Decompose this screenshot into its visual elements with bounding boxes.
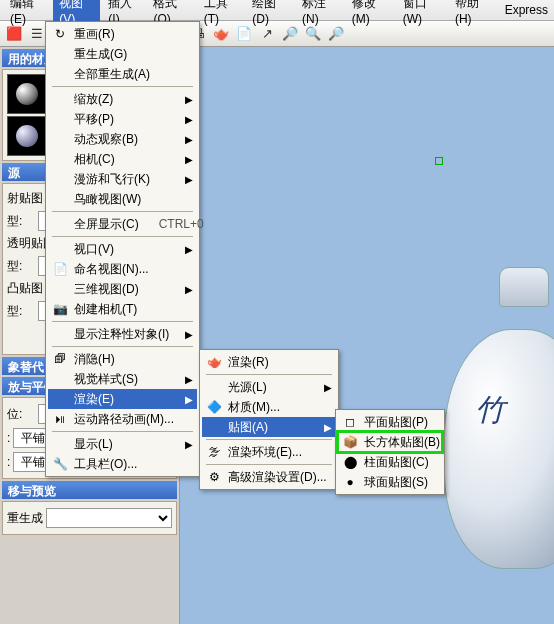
menu-item[interactable]: 显示(L)▶: [48, 434, 197, 454]
menu-item[interactable]: 📄命名视图(N)...: [48, 259, 197, 279]
vase-model: 竹 清风徐来 水波不兴: [444, 297, 554, 557]
menu-item[interactable]: 📦长方体贴图(B): [338, 432, 442, 452]
menu-item-label: 鸟瞰视图(W): [74, 191, 141, 208]
render-submenu[interactable]: 🫖渲染(R)光源(L)▶🔷材质(M)...贴图(A)▶🌫渲染环境(E)...⚙高…: [199, 349, 339, 490]
menu-item[interactable]: 🔧工具栏(O)...: [48, 454, 197, 474]
menu-item-label: 视觉样式(S): [74, 371, 138, 388]
menu-item[interactable]: ⬤柱面贴图(C): [338, 452, 442, 472]
submenu-arrow-icon: ▶: [185, 174, 193, 185]
submenu-arrow-icon: ▶: [185, 134, 193, 145]
menu-item[interactable]: 鸟瞰视图(W): [48, 189, 197, 209]
menu-item-label: 视口(V): [74, 241, 114, 258]
menu-item[interactable]: 重生成(G): [48, 44, 197, 64]
tile-label: :: [7, 431, 10, 445]
tile-label2: :: [7, 455, 10, 469]
view-menu[interactable]: ↻重画(R)重生成(G)全部重生成(A)缩放(Z)▶平移(P)▶动态观察(B)▶…: [45, 21, 200, 477]
menu-item-label: 动态观察(B): [74, 131, 138, 148]
tool-zoomwin-icon[interactable]: 🔍: [303, 24, 323, 44]
tool-render-icon[interactable]: 🫖: [211, 24, 231, 44]
menu-item-icon: 🔷: [206, 400, 222, 414]
menu-item-label: 命名视图(N)...: [74, 261, 149, 278]
menu-item[interactable]: 显示注释性对象(I)▶: [48, 324, 197, 344]
menu-item-label: 工具栏(O)...: [74, 456, 137, 473]
menu-item[interactable]: 🗊消隐(H): [48, 349, 197, 369]
menu-item[interactable]: 📷创建相机(T): [48, 299, 197, 319]
menu-item-icon: ⚙: [206, 470, 222, 484]
menu-item-label: 平移(P): [74, 111, 114, 128]
menu-item-label: 全部重生成(A): [74, 66, 150, 83]
type-label: 型:: [7, 213, 35, 230]
menu-item-label: 材质(M)...: [228, 399, 280, 416]
regen-select[interactable]: [46, 508, 172, 528]
tool-color-icon[interactable]: 🟥: [4, 24, 24, 44]
menu-item-label: 全屏显示(C): [74, 216, 139, 233]
menu-item-icon: ◻: [342, 415, 358, 429]
menu-express[interactable]: Express: [499, 1, 554, 19]
shift-header: 移与预览: [2, 481, 177, 499]
menu-item-label: 渲染(E): [74, 391, 114, 408]
menu-item-label: 缩放(Z): [74, 91, 113, 108]
menu-item-label: 三维视图(D): [74, 281, 139, 298]
submenu-arrow-icon: ▶: [324, 422, 332, 433]
tool-layers-icon[interactable]: ☰: [27, 24, 47, 44]
submenu-arrow-icon: ▶: [185, 284, 193, 295]
menu-item[interactable]: 平移(P)▶: [48, 109, 197, 129]
menu-window[interactable]: 窗口(W): [397, 0, 447, 28]
type-label2: 型:: [7, 258, 35, 275]
menu-item[interactable]: 贴图(A)▶: [202, 417, 336, 437]
menu-item[interactable]: 🔷材质(M)...: [202, 397, 336, 417]
tool-sheet-icon[interactable]: 📄: [234, 24, 254, 44]
menu-modify[interactable]: 修改(M): [346, 0, 395, 28]
submenu-arrow-icon: ▶: [185, 94, 193, 105]
menu-item[interactable]: ⚙高级渲染设置(D)...: [202, 467, 336, 487]
menu-item[interactable]: ◻平面贴图(P): [338, 412, 442, 432]
menu-item-icon: ●: [342, 475, 358, 489]
menu-item-label: 消隐(H): [74, 351, 115, 368]
menu-item-icon: ↻: [52, 27, 68, 41]
menu-item-label: 渲染环境(E)...: [228, 444, 302, 461]
submenu-arrow-icon: ▶: [185, 439, 193, 450]
drawing-canvas[interactable]: 竹 清风徐来 水波不兴: [180, 47, 554, 624]
menu-item[interactable]: 相机(C)▶: [48, 149, 197, 169]
submenu-arrow-icon: ▶: [185, 374, 193, 385]
menu-item-label: 球面贴图(S): [364, 474, 428, 491]
menu-item[interactable]: 🫖渲染(R): [202, 352, 336, 372]
menu-item[interactable]: ⏯运动路径动画(M)...: [48, 409, 197, 429]
tool-zoomprev-icon[interactable]: 🔎: [326, 24, 346, 44]
menu-item[interactable]: 渲染(E)▶: [48, 389, 197, 409]
menubar[interactable]: 编辑(E) 视图(V) 插入(I) 格式(O) 工具(T) 绘图(D) 标注(N…: [0, 0, 554, 21]
menu-item[interactable]: 🌫渲染环境(E)...: [202, 442, 336, 462]
material-swatch[interactable]: [7, 116, 47, 156]
menu-item-icon: 🫖: [206, 355, 222, 369]
menu-item[interactable]: 漫游和飞行(K)▶: [48, 169, 197, 189]
menu-item[interactable]: 缩放(Z)▶: [48, 89, 197, 109]
selection-marker: [435, 157, 443, 165]
menu-item-label: 贴图(A): [228, 419, 268, 436]
vase-calligraphy: 竹: [475, 390, 505, 431]
menu-item-label: 渲染(R): [228, 354, 269, 371]
menu-item-label: 重生成(G): [74, 46, 127, 63]
menu-item[interactable]: 视口(V)▶: [48, 239, 197, 259]
menu-help[interactable]: 帮助(H): [449, 0, 497, 28]
tool-zoomext-icon[interactable]: 🔎: [280, 24, 300, 44]
maptype-label: 射贴图: [7, 190, 43, 207]
material-swatch[interactable]: [7, 74, 47, 114]
menu-item[interactable]: 视觉样式(S)▶: [48, 369, 197, 389]
menu-item[interactable]: ●球面贴图(S): [338, 472, 442, 492]
menu-item-icon: 🌫: [206, 445, 222, 459]
submenu-arrow-icon: ▶: [185, 244, 193, 255]
menu-item[interactable]: 三维视图(D)▶: [48, 279, 197, 299]
menu-item[interactable]: 光源(L)▶: [202, 377, 336, 397]
menu-item-icon: 🗊: [52, 352, 68, 366]
menu-item-label: 高级渲染设置(D)...: [228, 469, 327, 486]
menu-shortcut: CTRL+0: [159, 217, 204, 231]
menu-item[interactable]: ↻重画(R): [48, 24, 197, 44]
menu-item-label: 相机(C): [74, 151, 115, 168]
tool-arrow-icon[interactable]: ↗: [257, 24, 277, 44]
menu-item-label: 长方体贴图(B): [364, 434, 440, 451]
map-submenu[interactable]: ◻平面贴图(P)📦长方体贴图(B)⬤柱面贴图(C)●球面贴图(S): [335, 409, 445, 495]
bump-label: 凸贴图: [7, 280, 43, 297]
menu-item[interactable]: 动态观察(B)▶: [48, 129, 197, 149]
menu-item[interactable]: 全屏显示(C)CTRL+0: [48, 214, 197, 234]
menu-item[interactable]: 全部重生成(A): [48, 64, 197, 84]
